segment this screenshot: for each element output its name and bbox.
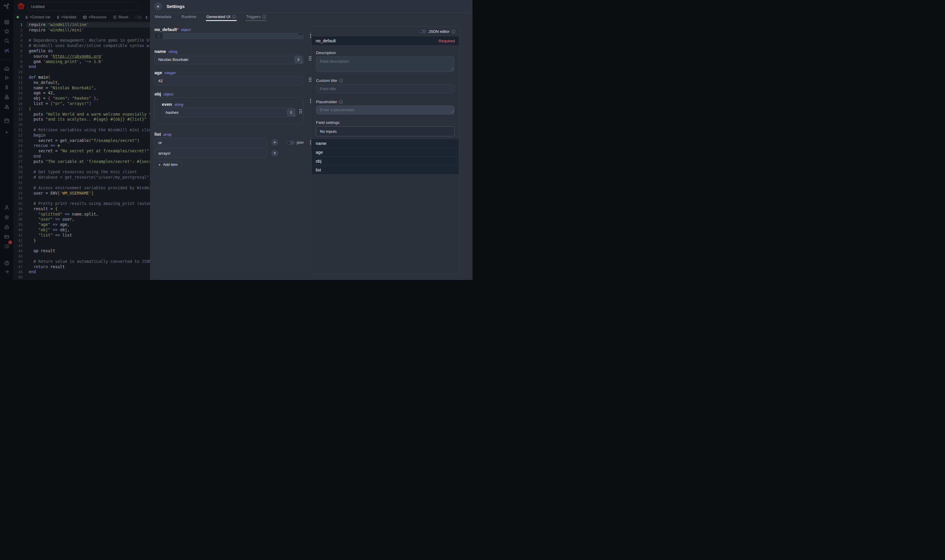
dollar-icon: $	[57, 15, 59, 20]
editor-scrollbar[interactable]	[298, 34, 303, 35]
field-type: array	[163, 132, 172, 137]
field-row-name[interactable]: name	[311, 139, 459, 148]
placeholder-textarea[interactable]	[316, 106, 455, 114]
selected-field-row[interactable]: no_default Required	[311, 36, 459, 45]
list-item: ×	[154, 148, 267, 158]
add-variable-button[interactable]: $ +Variable	[57, 15, 76, 20]
close-icon[interactable]: ×	[154, 2, 162, 10]
windmill-app: $ +	[0, 0, 473, 280]
tab-runtime[interactable]: Runtime	[181, 13, 197, 21]
field-name: obj	[154, 91, 161, 96]
expand-arrow-icon[interactable]	[3, 268, 10, 275]
field-name: even	[162, 102, 172, 107]
add-resource-button[interactable]: +Resource	[83, 15, 106, 19]
workspace-icon[interactable]	[3, 19, 10, 25]
field-config-panel: JSON editor no_default Required Descript…	[311, 26, 459, 274]
generated-ui-form: no_default* object 1 name string $	[154, 27, 311, 168]
user-icon[interactable]	[3, 204, 10, 211]
tab-metadata[interactable]: Metadata	[154, 13, 172, 21]
description-textarea[interactable]	[316, 57, 455, 72]
age-input[interactable]	[154, 76, 304, 85]
required-badge: Required	[438, 39, 455, 43]
description-label: Description	[316, 51, 455, 55]
remove-item-icon[interactable]: ×	[271, 139, 278, 146]
modal-title: Settings	[166, 4, 185, 9]
field-obj: obj object even string $	[154, 91, 311, 124]
field-row-age[interactable]: age	[311, 148, 459, 157]
home-icon[interactable]	[3, 65, 10, 72]
no-inputs-box: No inputs	[316, 126, 455, 136]
json-editor-toggle[interactable]	[419, 29, 426, 34]
obj-nested-box: even string $	[154, 97, 304, 124]
json-editor-label: JSON editor	[429, 29, 449, 34]
name-input[interactable]	[154, 55, 304, 64]
add-plus-icon[interactable]: +	[3, 129, 10, 135]
package-icon	[83, 15, 87, 19]
ruby-language-icon	[17, 2, 25, 10]
ai-wand-icon[interactable]	[3, 47, 10, 54]
field-config-body: Description Custom title Placeholder Fie…	[311, 45, 459, 136]
field-name: list	[154, 132, 161, 137]
runs-play-icon[interactable]	[3, 74, 10, 81]
json-editor-toggle-row: JSON editor	[311, 27, 459, 36]
add-item-button[interactable]: + Add item	[154, 161, 182, 168]
resources-cubes-icon[interactable]	[3, 94, 10, 100]
tab-generated-ui[interactable]: Generated UI	[206, 13, 237, 21]
script-title-input[interactable]	[28, 2, 138, 11]
field-name: no_default*	[154, 27, 179, 32]
folders-icon[interactable]	[3, 233, 10, 240]
reset-arrow-icon	[113, 15, 117, 19]
json-toggle[interactable]	[287, 141, 295, 145]
calendar-icon[interactable]	[3, 117, 10, 124]
field-type: string	[174, 103, 183, 107]
field-name-string: name string $	[154, 49, 311, 64]
remove-item-icon[interactable]: ×	[271, 149, 278, 156]
logs-list-icon[interactable]	[3, 243, 10, 249]
variables-dollar-icon[interactable]: $	[3, 84, 10, 91]
favorites-star-icon[interactable]	[3, 28, 10, 34]
field-name: name	[154, 49, 166, 54]
icon-rail: $ +	[0, 0, 13, 280]
editor-line-number: 1	[155, 33, 163, 39]
plusminus-label[interactable]: ±	[145, 15, 148, 20]
settings-modal: × Settings Metadata Runtime Generated UI…	[150, 0, 473, 280]
schedules-prism-icon[interactable]	[3, 103, 10, 110]
list-item-input[interactable]	[154, 138, 267, 147]
required-asterisk: *	[177, 27, 179, 32]
settings-modal-header: × Settings	[150, 0, 473, 13]
robot-icon[interactable]	[3, 224, 10, 230]
custom-title-input[interactable]	[316, 84, 455, 93]
add-context-var-button[interactable]: $ +Context var	[25, 15, 50, 20]
even-input[interactable]	[162, 108, 296, 117]
diff-toggle[interactable]	[135, 16, 142, 19]
list-item: × json	[154, 138, 267, 147]
info-icon	[232, 15, 236, 18]
template-dollar-button[interactable]: $	[294, 56, 302, 63]
help-icon[interactable]	[3, 260, 10, 266]
search-icon[interactable]	[3, 38, 10, 44]
tab-triggers[interactable]: Triggers	[245, 13, 267, 21]
placeholder-label: Placeholder	[316, 100, 455, 104]
field-type: string	[168, 50, 177, 54]
field-row-obj[interactable]: obj	[311, 157, 459, 166]
template-dollar-button[interactable]: $	[287, 109, 295, 116]
field-type: integer	[165, 71, 176, 75]
field-settings-label: Field settings	[316, 120, 455, 125]
json-toggle-label: json	[297, 140, 304, 145]
windmill-logo-icon[interactable]	[3, 3, 10, 9]
dollar-icon: $	[25, 15, 28, 20]
info-icon	[339, 100, 343, 104]
drag-handle-icon[interactable]	[299, 109, 302, 114]
info-icon	[262, 15, 266, 18]
settings-gear-icon[interactable]	[3, 214, 10, 220]
info-icon	[452, 29, 455, 34]
list-item-input[interactable]	[154, 148, 267, 158]
field-type: object	[181, 28, 191, 32]
field-row-list[interactable]: list	[311, 166, 459, 174]
lsp-status-dot	[17, 16, 19, 18]
reset-button[interactable]: Reset	[113, 15, 128, 19]
collapsed-field-rows: nameageobjlist	[311, 139, 459, 174]
no-default-json-editor[interactable]: 1	[154, 33, 304, 39]
field-type: object	[163, 92, 173, 96]
info-icon	[339, 78, 343, 83]
